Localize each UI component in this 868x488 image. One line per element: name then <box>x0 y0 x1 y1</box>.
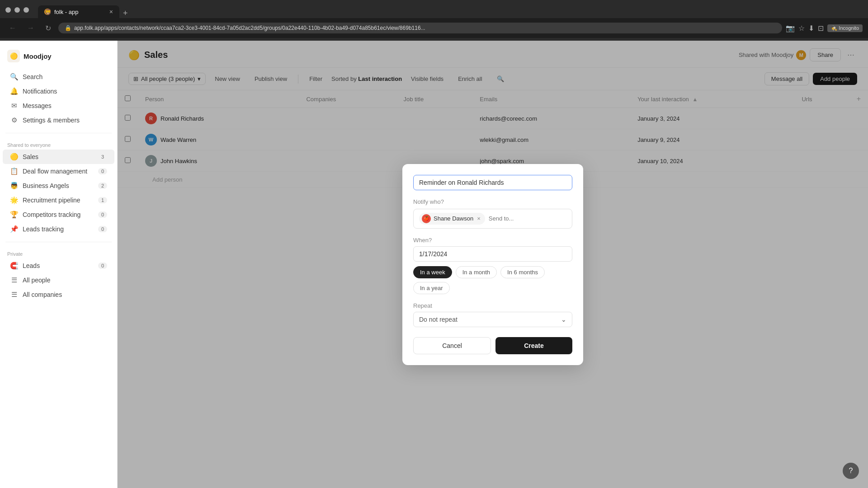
nav-reload-btn[interactable]: ↻ <box>42 22 55 34</box>
notify-label: Notify who? <box>413 198 572 205</box>
sidebar-item-messages[interactable]: ✉ Messages <box>3 99 114 113</box>
angels-count: 2 <box>98 183 107 189</box>
tab-title: folk - app <box>54 9 78 15</box>
leads-tracking-icon: 📌 <box>10 225 18 233</box>
modal-overlay[interactable]: Notify who? 🍎 Shane Dawson × When? In a … <box>118 41 868 488</box>
incognito-badge: 🕵 Incognito <box>827 24 863 32</box>
notify-send-input[interactable] <box>489 215 566 222</box>
notify-person-avatar: 🍎 <box>422 214 431 223</box>
dealflow-count: 0 <box>98 168 107 174</box>
sidebar-divider-2 <box>5 242 112 242</box>
reminder-title-input[interactable] <box>413 175 572 190</box>
sidebar-shared-section: 🟡 Sales 3 📋 Deal flow management 0 👼 Bus… <box>0 150 117 236</box>
sidebar-item-competitors[interactable]: 🏆 Competitors tracking 0 <box>3 207 114 222</box>
nav-back-btn[interactable]: ← <box>5 22 20 34</box>
extension-icon[interactable]: ⊡ <box>818 24 824 33</box>
cancel-button[interactable]: Cancel <box>413 337 491 354</box>
sidebar-item-leads[interactable]: 🧲 Leads 0 <box>3 258 114 273</box>
repeat-label: Repeat <box>413 302 572 309</box>
quick-btn-week[interactable]: In a week <box>413 266 452 278</box>
sidebar-item-recruitment[interactable]: 🌟 Recruitment pipeline 1 <box>3 193 114 207</box>
sales-icon: 🟡 <box>10 153 18 161</box>
download-icon[interactable]: ⬇ <box>808 24 814 33</box>
mail-icon: ✉ <box>10 102 18 110</box>
quick-btn-month[interactable]: In a month <box>456 266 497 278</box>
sidebar-item-search[interactable]: 🔍 Search <box>3 70 114 84</box>
nav-forward-btn[interactable]: → <box>24 22 38 34</box>
sidebar-search-label: Search <box>23 73 107 80</box>
sidebar-angels-label: Business Angels <box>23 182 94 189</box>
sidebar-item-all-people[interactable]: ☰ All people <box>3 273 114 287</box>
sidebar-sales-label: Sales <box>23 153 94 160</box>
bell-icon: 🔔 <box>10 87 18 95</box>
help-button[interactable]: ? <box>843 463 859 479</box>
active-tab[interactable]: 🦁 folk - app × <box>38 5 119 18</box>
win-close-btn[interactable] <box>5 7 11 13</box>
sidebar-messages-label: Messages <box>23 102 107 109</box>
sidebar-settings-label: Settings & members <box>23 117 107 124</box>
sidebar-item-sales[interactable]: 🟡 Sales 3 <box>3 150 114 164</box>
win-maximize-btn[interactable] <box>24 7 29 13</box>
sidebar-item-all-companies[interactable]: ☰ All companies <box>3 287 114 302</box>
window-controls[interactable] <box>5 7 29 13</box>
gear-icon: ⚙ <box>10 116 18 124</box>
address-bar[interactable]: 🔒 app.folk.app/apps/contacts/network/cca… <box>58 23 782 33</box>
lock-icon: 🔒 <box>65 25 71 31</box>
sidebar-item-dealflow[interactable]: 📋 Deal flow management 0 <box>3 164 114 178</box>
tab-close-btn[interactable]: × <box>109 8 113 15</box>
sidebar-top-section: 🔍 Search 🔔 Notifications ✉ Messages ⚙ Se… <box>0 70 117 127</box>
browser-toolbar-icons: 📷 ☆ ⬇ ⊡ 🕵 Incognito <box>786 24 863 33</box>
angels-icon: 👼 <box>10 182 18 190</box>
shared-section-header: Shared to everyone <box>0 137 117 150</box>
sidebar-item-angels[interactable]: 👼 Business Angels 2 <box>3 178 114 193</box>
recruitment-count: 1 <box>98 197 107 203</box>
repeat-value: Do not repeat <box>419 316 458 323</box>
reminder-modal: Notify who? 🍎 Shane Dawson × When? In a … <box>402 164 583 365</box>
sidebar-notifications-label: Notifications <box>23 88 107 95</box>
sidebar-item-settings[interactable]: ⚙ Settings & members <box>3 113 114 127</box>
sidebar-leads-tracking-label: Leads tracking <box>23 225 94 233</box>
address-text: app.folk.app/apps/contacts/network/ccaa7… <box>74 25 776 31</box>
browser-toolbar: ← → ↻ 🔒 app.folk.app/apps/contacts/netwo… <box>0 18 868 38</box>
bookmark-icon[interactable]: ☆ <box>798 24 805 33</box>
sidebar-item-leads-tracking[interactable]: 📌 Leads tracking 0 <box>3 222 114 236</box>
competitors-count: 0 <box>98 211 107 218</box>
quick-date-buttons: In a week In a month In 6 months In a ye… <box>413 266 572 294</box>
date-input[interactable] <box>413 246 572 262</box>
private-section-header: Private <box>0 246 117 258</box>
sidebar-all-companies-label: All companies <box>23 291 107 298</box>
quick-btn-6months[interactable]: In 6 months <box>500 266 545 278</box>
notify-tag-shane: 🍎 Shane Dawson × <box>419 213 485 225</box>
leads-count: 0 <box>98 263 107 269</box>
sidebar-leads-label: Leads <box>23 262 94 269</box>
notify-box: 🍎 Shane Dawson × <box>413 209 572 229</box>
new-tab-btn[interactable]: + <box>119 9 132 18</box>
win-minimize-btn[interactable] <box>14 7 20 13</box>
dealflow-icon: 📋 <box>10 167 18 175</box>
brand-name: Moodjoy <box>24 52 52 60</box>
sidebar-divider-1 <box>5 133 112 133</box>
camera-icon: 📷 <box>786 24 795 33</box>
leads-tracking-count: 0 <box>98 226 107 232</box>
sidebar-item-notifications[interactable]: 🔔 Notifications <box>3 84 114 99</box>
tab-favicon: 🦁 <box>44 9 51 15</box>
brand-avatar: 🟡 <box>7 50 20 62</box>
main-content: 🟡 Sales Shared with Moodjoy M Share ⋯ ⊞ … <box>118 41 868 488</box>
search-icon: 🔍 <box>10 73 18 81</box>
sidebar: 🟡 Moodjoy 🔍 Search 🔔 Notifications ✉ Mes… <box>0 41 118 488</box>
quick-btn-year[interactable]: In a year <box>413 282 450 294</box>
sales-count: 3 <box>98 154 107 160</box>
browser-tabs: 🦁 folk - app × + <box>33 2 863 18</box>
create-button[interactable]: Create <box>495 337 572 354</box>
repeat-select[interactable]: Do not repeat ⌄ <box>413 312 572 327</box>
all-people-icon: ☰ <box>10 276 18 284</box>
notify-tag-remove-btn[interactable]: × <box>477 215 481 222</box>
browser-chrome: 🦁 folk - app × + ← → ↻ 🔒 app.folk.app/ap… <box>0 0 868 41</box>
sidebar-all-people-label: All people <box>23 277 107 284</box>
leads-icon: 🧲 <box>10 262 18 270</box>
sidebar-recruitment-label: Recruitment pipeline <box>23 197 94 204</box>
sidebar-private-section: 🧲 Leads 0 ☰ All people ☰ All companies <box>0 258 117 302</box>
sidebar-competitors-label: Competitors tracking <box>23 211 94 218</box>
when-label: When? <box>413 237 572 244</box>
all-companies-icon: ☰ <box>10 291 18 299</box>
